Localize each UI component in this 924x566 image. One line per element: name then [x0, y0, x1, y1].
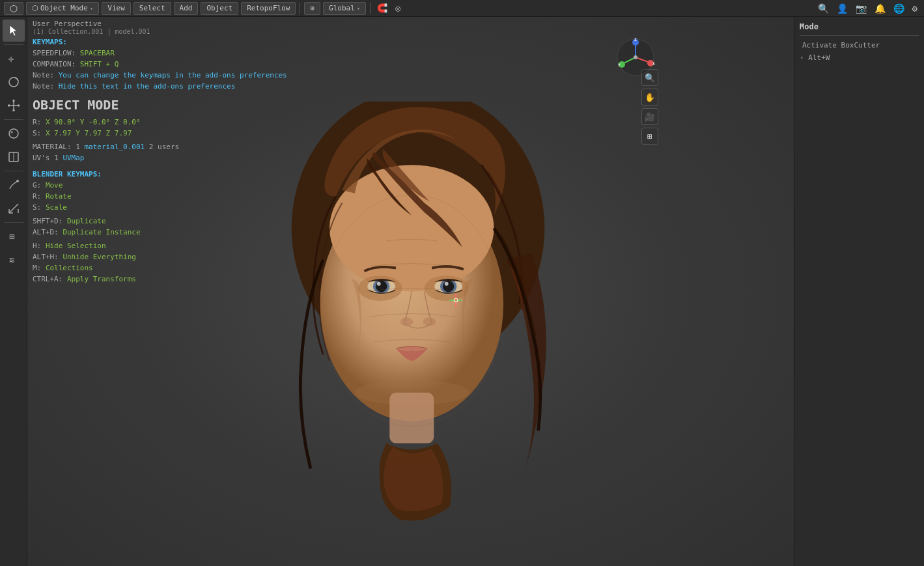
- svg-text:Y: Y: [618, 63, 621, 67]
- viewport[interactable]: User Perspective (1) Collection.001 | mo…: [27, 17, 794, 566]
- svg-text:≋: ≋: [9, 255, 14, 265]
- retopoflow-menu[interactable]: RetopoFlow: [241, 2, 296, 15]
- camera-icon-button[interactable]: 🎥: [641, 108, 658, 125]
- toolbar-sep-2: [370, 3, 371, 14]
- sidebar-move-tool[interactable]: ✛: [3, 48, 25, 70]
- svg-text:X: X: [652, 61, 655, 66]
- left-sidebar: ✛ ⊞ ≋: [0, 17, 27, 566]
- uvs-line: UV's 1 UVMap: [33, 152, 345, 163]
- activate-boxcutter-item[interactable]: Activate BoxCutter: [800, 40, 919, 51]
- shortcut-altw: • Alt+W: [800, 53, 919, 62]
- r-line: R: Rotate: [33, 191, 345, 202]
- svg-line-13: [9, 204, 18, 213]
- transform-button[interactable]: ⊕: [304, 2, 320, 15]
- svg-point-40: [377, 282, 381, 286]
- rotation-line: R: X 90.0° Y -0.0° Z 0.0°: [33, 117, 345, 128]
- sidebar-material-tool[interactable]: [3, 122, 25, 145]
- toolbar-sep-1: [300, 3, 300, 14]
- note2-line: Note: Hide this text in the add-ons pref…: [33, 81, 345, 92]
- svg-rect-6: [12, 100, 14, 102]
- h-line: H: Hide Selection: [33, 240, 345, 251]
- sidebar-sep-1: [4, 44, 23, 45]
- viewport-collection-label: (1) Collection.001 | model.001: [33, 28, 150, 35]
- svg-point-8: [9, 129, 18, 138]
- svg-point-61: [634, 55, 637, 59]
- sidebar-sep-2: [4, 119, 23, 120]
- svg-point-41: [445, 282, 449, 286]
- svg-text:✛: ✛: [8, 53, 14, 64]
- transform-icon: ⊕: [310, 4, 315, 12]
- companion-line: COMPANION: SHIFT + Q: [33, 59, 345, 70]
- keymaps-header: KEYMAPS:: [33, 36, 345, 48]
- snap-icon-button[interactable]: 🧲: [374, 2, 390, 14]
- add-menu[interactable]: Add: [174, 2, 199, 15]
- viewport-shading-button[interactable]: 📷: [853, 2, 869, 15]
- info-panel: KEYMAPS: SPEEDFLOW: SPACEBAR COMPANION: …: [33, 36, 345, 285]
- right-panel: Mode Activate BoxCutter • Alt+W: [794, 17, 924, 566]
- sidebar-annotate-tool[interactable]: [3, 174, 25, 196]
- svg-text:Z: Z: [634, 37, 637, 42]
- viewport-perspective-label: User Perspective: [33, 20, 150, 28]
- sidebar-extra-tool[interactable]: ≋: [3, 249, 25, 271]
- sidebar-transform-tool[interactable]: [3, 146, 25, 168]
- shftd-line: SHFT+D: Duplicate: [33, 216, 345, 227]
- note1-line: Note: You can change the keymaps in the …: [33, 70, 345, 81]
- svg-point-43: [423, 317, 436, 326]
- blender-keymaps-header: BLENDER KEYMAPS:: [33, 169, 345, 180]
- sidebar-sep-3: [4, 171, 23, 171]
- object-mode-dropdown[interactable]: ⬡ Object Mode ▾: [26, 2, 99, 15]
- orthographic-icon-button[interactable]: ⊞: [641, 128, 658, 145]
- svg-rect-5: [18, 105, 20, 107]
- right-panel-mode-label: Mode: [800, 22, 919, 31]
- svg-text:⊞: ⊞: [9, 231, 15, 242]
- blender-logo-icon: ⬡: [10, 3, 18, 14]
- object-mode-label: Object Mode: [40, 4, 88, 12]
- s-line: S: Scale: [33, 202, 345, 213]
- object-menu[interactable]: Object: [201, 2, 238, 15]
- blender-logo-button[interactable]: ⬡: [4, 2, 23, 15]
- svg-point-42: [400, 317, 413, 326]
- preferences-button[interactable]: 🌐: [891, 2, 907, 15]
- global-dropdown[interactable]: Global ▾: [323, 2, 366, 15]
- speedflow-line: SPEEDFLOW: SPACEBAR: [33, 48, 345, 59]
- g-line: G: Move: [33, 180, 345, 191]
- top-toolbar: ⬡ ⬡ Object Mode ▾ View Select Add Object…: [0, 0, 924, 17]
- viewport-nav-icons: 🔍 ✋ 🎥 ⊞: [641, 69, 658, 145]
- svg-point-50: [455, 300, 456, 301]
- settings-button[interactable]: ⚙: [910, 2, 920, 15]
- svg-rect-4: [8, 105, 10, 107]
- alth-line: ALT+H: Unhide Everything: [33, 251, 345, 262]
- m-line: M: Collections: [33, 262, 345, 274]
- object-mode-arrow: ▾: [90, 5, 93, 12]
- render-properties-button[interactable]: 🔍: [815, 2, 832, 15]
- svg-point-12: [16, 180, 19, 182]
- select-menu[interactable]: Select: [133, 2, 171, 15]
- pan-icon-button[interactable]: ✋: [641, 89, 658, 106]
- sidebar-measure-tool[interactable]: [3, 197, 25, 219]
- altd-line: ALT+D: Duplicate Instance: [33, 227, 345, 238]
- svg-point-9: [10, 131, 13, 134]
- material-line: MATERIAL: 1 material_0.001 2 users: [33, 141, 345, 152]
- proportional-icon-button[interactable]: ◎: [393, 2, 403, 14]
- svg-rect-7: [12, 109, 14, 111]
- object-mode-title: OBJECT MODE: [33, 97, 345, 113]
- sidebar-rotate-tool[interactable]: [3, 71, 25, 93]
- svg-rect-45: [389, 393, 434, 444]
- ctrla-line: CTRL+A: Apply Transforms: [33, 274, 345, 285]
- sidebar-add-tool[interactable]: ⊞: [3, 225, 25, 248]
- scale-line: S: X 7.97 Y 7.97 Z 7.97: [33, 128, 345, 139]
- viewport-gizmo[interactable]: Z X Y: [615, 36, 654, 76]
- sidebar-sep-4: [4, 222, 23, 223]
- global-arrow: ▾: [357, 5, 360, 12]
- sidebar-scale-tool[interactable]: [3, 94, 25, 117]
- sidebar-cursor-tool[interactable]: [3, 20, 25, 42]
- viewport-overlays-button[interactable]: 👤: [834, 2, 850, 15]
- view-menu[interactable]: View: [102, 2, 131, 15]
- object-mode-icon: ⬡: [32, 4, 38, 12]
- viewport-header: User Perspective (1) Collection.001 | mo…: [33, 20, 150, 35]
- 3d-cursor: [449, 294, 462, 307]
- svg-point-38: [376, 281, 387, 292]
- notification-button[interactable]: 🔔: [872, 2, 888, 15]
